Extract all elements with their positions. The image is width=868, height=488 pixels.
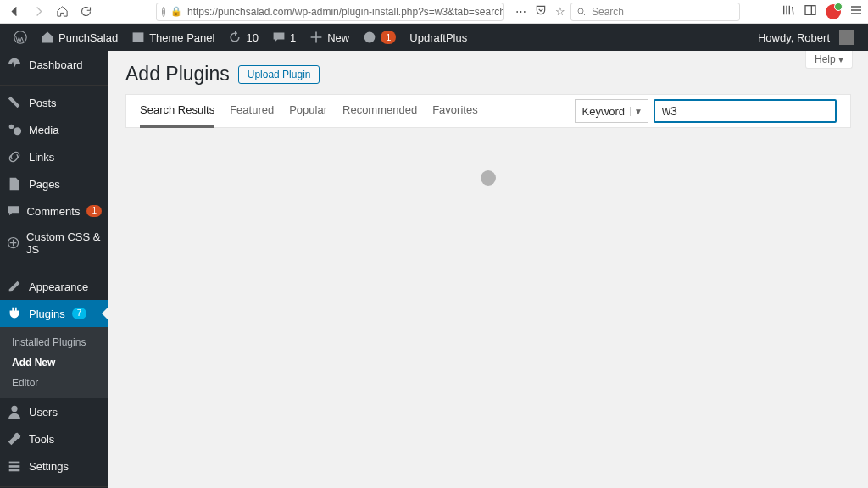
updraft-icon bbox=[363, 30, 376, 44]
svg-point-7 bbox=[11, 406, 17, 412]
submenu-item-editor[interactable]: Editor bbox=[0, 373, 108, 393]
plugin-search-input[interactable] bbox=[654, 99, 837, 123]
sidebar-submenu: Installed PluginsAdd NewEditor bbox=[0, 327, 108, 398]
home-button[interactable] bbox=[53, 3, 71, 21]
comment-icon bbox=[272, 30, 286, 44]
updates-count: 10 bbox=[246, 31, 258, 44]
address-bar[interactable]: i 🔒 https://punchsalad.com/wp-admin/plug… bbox=[156, 3, 504, 21]
new-content[interactable]: New bbox=[303, 24, 356, 51]
comments-count: 1 bbox=[290, 31, 296, 44]
tab-popular[interactable]: Popular bbox=[289, 94, 327, 128]
chevron-down-icon: ▾ bbox=[838, 53, 843, 65]
menu-separator bbox=[0, 265, 108, 269]
search-type-select[interactable]: Keyword ▼ bbox=[575, 99, 648, 123]
admin-sidebar: DashboardPostsMediaLinksPagesComments1Cu… bbox=[0, 51, 108, 488]
menu-icon[interactable] bbox=[849, 3, 863, 19]
page-title: Add Plugins bbox=[125, 63, 230, 86]
library-icon[interactable] bbox=[782, 3, 795, 19]
svg-point-6 bbox=[14, 127, 21, 135]
site-name[interactable]: PunchSalad bbox=[34, 24, 125, 51]
lock-icon: 🔒 bbox=[170, 6, 182, 17]
menu-separator bbox=[0, 81, 108, 86]
submenu-item-installed-plugins[interactable]: Installed Plugins bbox=[0, 332, 108, 352]
sidebar-icon[interactable] bbox=[804, 3, 817, 19]
pocket-icon[interactable] bbox=[535, 4, 547, 19]
tab-featured[interactable]: Featured bbox=[230, 94, 274, 128]
users-icon bbox=[7, 404, 22, 419]
svg-point-5 bbox=[9, 125, 14, 129]
sidebar-item-dashboard[interactable]: Dashboard bbox=[0, 51, 108, 78]
posts-icon bbox=[7, 95, 22, 110]
chevron-down-icon: ▼ bbox=[630, 107, 646, 116]
updates-icon bbox=[228, 30, 242, 44]
svg-point-0 bbox=[578, 8, 583, 14]
search-type-label: Keyword bbox=[582, 105, 626, 118]
content-area: Help ▾ Add Plugins Upload Plugin Search … bbox=[108, 51, 868, 488]
tab-search-results[interactable]: Search Results bbox=[140, 94, 214, 128]
sidebar-item-label: Links bbox=[29, 151, 54, 164]
howdy-text: Howdy, Robert bbox=[758, 31, 830, 44]
sidebar-item-label: Plugins bbox=[29, 308, 65, 320]
theme-panel-label: Theme Panel bbox=[149, 31, 214, 44]
sidebar-item-posts[interactable]: Posts bbox=[0, 89, 108, 116]
sidebar-item-label: Pages bbox=[29, 178, 60, 191]
media-icon bbox=[7, 122, 22, 137]
menu-separator bbox=[0, 483, 108, 487]
url-text: https://punchsalad.com/wp-admin/plugin-i… bbox=[187, 6, 504, 18]
home-icon bbox=[41, 30, 54, 44]
pages-icon bbox=[7, 176, 22, 191]
sidebar-item-label: Dashboard bbox=[29, 58, 83, 71]
sidebar-item-custom-css-js[interactable]: Custom CSS & JS bbox=[0, 225, 108, 262]
sidebar-item-links[interactable]: Links bbox=[0, 143, 108, 170]
more-icon[interactable]: ⋯ bbox=[515, 5, 526, 18]
panel-icon bbox=[131, 30, 145, 44]
custom-css-js-icon bbox=[7, 236, 19, 251]
theme-panel[interactable]: Theme Panel bbox=[125, 24, 221, 51]
sidebar-item-label: Users bbox=[29, 406, 58, 419]
loading-spinner bbox=[481, 170, 496, 186]
sidebar-item-settings[interactable]: Settings bbox=[0, 452, 108, 480]
account[interactable]: Howdy, Robert bbox=[751, 24, 861, 51]
sidebar-item-tools[interactable]: Tools bbox=[0, 425, 108, 452]
star-icon[interactable]: ☆ bbox=[555, 5, 565, 18]
sidebar-item-label: Posts bbox=[29, 97, 57, 109]
tools-icon bbox=[7, 431, 22, 446]
settings-icon bbox=[7, 458, 22, 474]
search-icon bbox=[576, 7, 587, 17]
appearance-icon bbox=[7, 279, 22, 294]
help-tab[interactable]: Help ▾ bbox=[805, 51, 853, 69]
browser-search[interactable]: Search bbox=[570, 3, 740, 21]
extension-icon[interactable] bbox=[826, 4, 841, 19]
sidebar-item-users[interactable]: Users bbox=[0, 398, 108, 425]
sidebar-item-pages[interactable]: Pages bbox=[0, 170, 108, 197]
reload-button[interactable] bbox=[76, 3, 95, 21]
back-button[interactable] bbox=[5, 3, 24, 21]
comments-icon bbox=[7, 203, 20, 219]
new-label: New bbox=[327, 31, 349, 44]
sidebar-item-media[interactable]: Media bbox=[0, 116, 108, 143]
tab-recommended[interactable]: Recommended bbox=[342, 94, 417, 128]
updates[interactable]: 10 bbox=[221, 24, 264, 51]
plugins-icon bbox=[7, 306, 22, 321]
search-placeholder: Search bbox=[592, 6, 624, 18]
updraft-badge: 1 bbox=[381, 30, 396, 44]
svg-rect-9 bbox=[9, 465, 20, 468]
sidebar-item-label: Appearance bbox=[29, 280, 88, 293]
upload-plugin-button[interactable]: Upload Plugin bbox=[238, 65, 320, 84]
info-icon: i bbox=[162, 7, 165, 17]
forward-button[interactable] bbox=[29, 3, 47, 21]
updraft-label-item[interactable]: UpdraftPlus bbox=[403, 24, 474, 51]
sidebar-item-plugins[interactable]: Plugins7 bbox=[0, 300, 108, 327]
sidebar-item-label: Media bbox=[29, 124, 58, 136]
comments[interactable]: 1 bbox=[265, 24, 303, 51]
updraft[interactable]: 1 bbox=[356, 24, 403, 51]
sidebar-item-appearance[interactable]: Appearance bbox=[0, 273, 108, 300]
wp-admin-bar: PunchSalad Theme Panel 10 1 New 1 Updraf… bbox=[0, 24, 868, 51]
tab-favorites[interactable]: Favorites bbox=[432, 94, 477, 128]
submenu-item-add-new[interactable]: Add New bbox=[0, 352, 108, 373]
site-name-label: PunchSalad bbox=[58, 31, 118, 44]
sidebar-item-comments[interactable]: Comments1 bbox=[0, 197, 108, 225]
sidebar-badge: 7 bbox=[72, 308, 87, 319]
sidebar-badge: 1 bbox=[86, 205, 102, 217]
wp-logo[interactable] bbox=[7, 24, 34, 51]
